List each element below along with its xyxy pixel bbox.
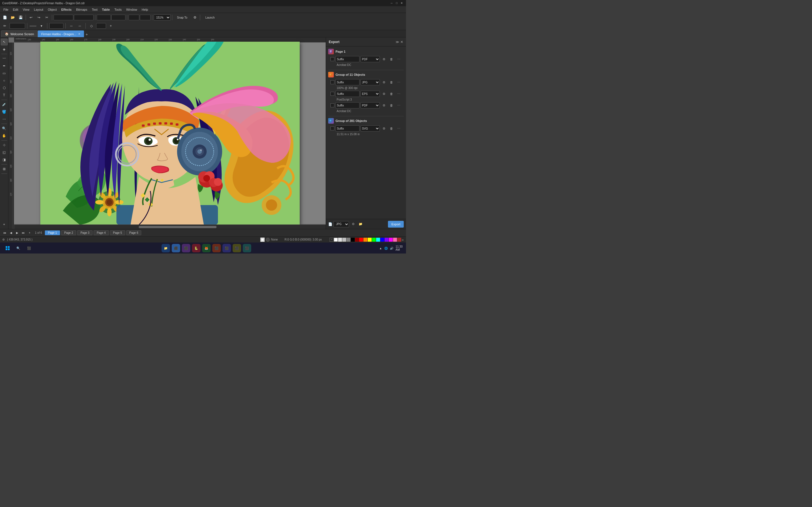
maximize-btn[interactable]: □ [395,1,399,5]
gray-swatch[interactable] [342,238,346,242]
value2-input[interactable]: 50 [96,23,106,29]
stroke-type-btn[interactable]: ✏ [1,22,8,30]
group11-check2[interactable] [331,92,335,96]
pan-tool[interactable]: ✋ [1,132,8,139]
group11-format1-select[interactable]: JPG PNG PDF [361,79,380,86]
select-tool[interactable]: ↖ [1,39,8,45]
magenta-swatch[interactable] [389,238,393,242]
app-icon-6[interactable]: ⬛ [222,244,231,252]
page1-checkbox[interactable] [331,57,335,61]
app-icon-2[interactable]: ⬛ [182,244,190,252]
page1-more-btn[interactable]: ⋯ [396,56,402,62]
add-nib-btn[interactable]: + [107,22,114,30]
green-swatch[interactable] [372,238,376,242]
start-btn[interactable] [3,244,12,252]
app-icon-8[interactable]: ⬛ [243,244,251,252]
stroke-size-input[interactable]: 3.0 px [10,23,25,29]
purple-swatch[interactable] [385,238,389,242]
freehand-tool[interactable]: 〰 [1,55,8,62]
app-icon-7[interactable]: ⬛ [233,244,241,252]
transparency-tool[interactable]: ◨ [1,156,8,163]
group11-check1[interactable] [331,80,335,84]
cut-btn[interactable]: ✂ [43,14,50,21]
export-folder-icon[interactable]: 📁 [357,221,364,227]
shadow-tool[interactable]: ◱ [1,149,8,156]
table-tool[interactable]: ⊞ [1,166,8,172]
zoom-select[interactable]: 151% 100% 75% 50% [154,14,170,20]
group281-delete1-btn[interactable]: 🗑 [388,125,395,131]
cyan-swatch[interactable] [376,238,380,242]
x-position-input[interactable]: 298.535 mm [54,15,73,20]
menu-edit[interactable]: Edit [11,7,20,12]
export-format-select[interactable]: JPG PNG PDF SVG EPS [334,221,349,227]
search-taskbar-btn[interactable]: 🔍 [14,244,22,252]
page-first-btn[interactable]: ⏮ [2,230,7,235]
darkgray-swatch[interactable] [347,238,350,242]
height-input[interactable]: 0.0 mm [111,15,125,20]
shape-tool[interactable]: ▭ [1,70,8,76]
page1-delete-btn[interactable]: 🗑 [388,56,395,62]
angle-input[interactable]: 0.0 [49,23,63,29]
dash-pattern-btn[interactable]: —— [29,22,37,30]
fill-tool[interactable]: 🪣 [1,108,8,115]
menu-text[interactable]: Text [90,7,100,12]
group11-settings2-btn[interactable]: ⚙ [381,91,387,97]
new-btn[interactable]: 📄 [1,14,8,21]
polygon-tool[interactable]: ⬡ [1,84,8,91]
group11-settings1-btn[interactable]: ⚙ [381,79,387,86]
group281-suffix1-input[interactable] [336,125,359,131]
group11-suffix2-input[interactable] [336,91,359,97]
group11-format3-select[interactable]: PDF JPG EPS [361,102,380,108]
group11-check3[interactable] [331,103,335,107]
group11-more2-btn[interactable]: ⋯ [396,91,402,97]
group281-more1-btn[interactable]: ⋯ [396,125,402,131]
group11-delete1-btn[interactable]: 🗑 [388,79,395,86]
page-tab-2[interactable]: Page 2 [61,230,77,235]
redo-btn[interactable]: ↪ [35,14,43,21]
app-icon-5[interactable]: ⬛ [212,244,221,252]
page-tab-4[interactable]: Page 4 [94,230,109,235]
close-panel-icon[interactable]: ✕ [400,40,403,44]
open-btn[interactable]: 📂 [9,14,16,21]
plus-tool[interactable]: + [1,221,8,228]
group11-delete2-btn[interactable]: 🗑 [388,91,395,97]
page-add-btn[interactable]: + [27,230,32,235]
menu-effects[interactable]: Effects [59,7,74,12]
menu-object[interactable]: Object [45,7,59,12]
page-tab-1[interactable]: Page 1 [45,230,60,235]
nib-btn[interactable]: ◇ [88,22,95,30]
black-swatch[interactable] [351,238,355,242]
minus-btn[interactable]: ─ [68,22,75,30]
menu-table[interactable]: Table [100,7,112,12]
close-btn[interactable]: ✕ [400,1,404,5]
menu-help[interactable]: Help [140,7,151,12]
pen-tool[interactable]: ✒ [1,62,8,69]
horizontal-scrollbar[interactable] [14,224,326,229]
add-tab-btn[interactable]: + [84,32,90,37]
menu-file[interactable]: File [1,7,11,12]
window-controls[interactable]: ─ □ ✕ [390,1,404,5]
red-swatch[interactable] [359,238,363,242]
page-prev-btn[interactable]: ◀ [8,230,13,235]
group11-delete3-btn[interactable]: 🗑 [388,102,395,108]
save-btn[interactable]: 💾 [17,14,24,21]
scale-h-input[interactable]: 100.0 [140,15,151,20]
menu-view[interactable]: View [20,7,32,12]
expand-icon[interactable]: ≫ [396,40,399,44]
group281-check1[interactable] [331,126,335,130]
page-tab-6[interactable]: Page 6 [126,230,142,235]
settings-icon[interactable]: ⚙ [2,238,5,241]
export-settings-icon[interactable]: ⚙ [350,221,356,227]
brown-swatch[interactable] [397,238,401,242]
darkred-swatch[interactable] [355,238,359,242]
group11-suffix1-input[interactable] [336,79,359,86]
white-swatch[interactable] [334,238,338,242]
group11-format2-select[interactable]: EPS PDF JPG [361,91,380,97]
group11-suffix3-input[interactable] [336,102,359,108]
tab-close-icon[interactable]: ✕ [78,33,80,36]
menu-layout[interactable]: Layout [32,7,45,12]
orange-swatch[interactable] [363,238,367,242]
tray-up-icon[interactable]: ▲ [379,247,382,250]
launch-btn[interactable]: Launch [202,14,218,21]
menu-window[interactable]: Window [124,7,139,12]
